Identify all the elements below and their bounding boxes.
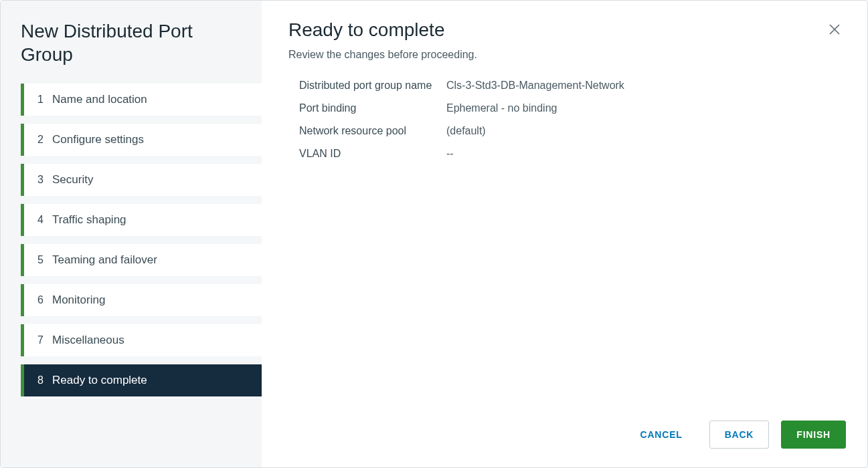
summary-value: --: [446, 148, 841, 160]
step-number: 5: [37, 254, 52, 266]
main-header-text: Ready to complete Review the changes bef…: [288, 19, 477, 80]
step-configure-settings[interactable]: 2 Configure settings: [21, 124, 262, 156]
summary-row-port-group-name: Distributed port group name Cls-3-Std3-D…: [299, 80, 841, 92]
step-number: 1: [37, 94, 52, 106]
step-ready-to-complete[interactable]: 8 Ready to complete: [21, 364, 262, 396]
finish-button[interactable]: FINISH: [781, 421, 846, 449]
step-miscellaneous[interactable]: 7 Miscellaneous: [21, 324, 262, 356]
step-label: Ready to complete: [52, 374, 262, 387]
step-monitoring[interactable]: 6 Monitoring: [21, 284, 262, 316]
step-label: Monitoring: [52, 294, 262, 307]
wizard-main: Ready to complete Review the changes bef…: [262, 1, 867, 467]
wizard-footer: CANCEL BACK FINISH: [626, 421, 847, 449]
summary-row-port-binding: Port binding Ephemeral - no binding: [299, 102, 841, 114]
step-label: Teaming and failover: [52, 253, 262, 267]
step-label: Traffic shaping: [52, 213, 262, 227]
step-number: 3: [37, 174, 52, 186]
step-traffic-shaping[interactable]: 4 Traffic shaping: [21, 204, 262, 236]
summary-label: Distributed port group name: [299, 80, 446, 92]
summary-value: Ephemeral - no binding: [446, 102, 841, 114]
back-button[interactable]: BACK: [709, 421, 770, 449]
wizard-title: New Distributed Port Group: [1, 19, 262, 84]
wizard-steps: 1 Name and location 2 Configure settings…: [1, 84, 262, 396]
step-number: 6: [37, 294, 52, 306]
close-icon: [829, 22, 841, 39]
summary-label: VLAN ID: [299, 148, 446, 160]
step-label: Name and location: [52, 93, 262, 106]
page-title: Ready to complete: [288, 19, 477, 41]
main-header: Ready to complete Review the changes bef…: [288, 19, 841, 80]
summary-row-network-resource-pool: Network resource pool (default): [299, 125, 841, 137]
summary-row-vlan-id: VLAN ID --: [299, 148, 841, 160]
step-security[interactable]: 3 Security: [21, 164, 262, 196]
summary-table: Distributed port group name Cls-3-Std3-D…: [288, 80, 841, 170]
summary-label: Network resource pool: [299, 125, 446, 137]
page-subtitle: Review the changes before proceeding.: [288, 49, 477, 61]
step-teaming-failover[interactable]: 5 Teaming and failover: [21, 244, 262, 276]
wizard-sidebar: New Distributed Port Group 1 Name and lo…: [1, 1, 262, 467]
summary-value: Cls-3-Std3-DB-Management-Network: [446, 80, 841, 92]
cancel-button[interactable]: CANCEL: [626, 421, 697, 448]
wizard-dialog: New Distributed Port Group 1 Name and lo…: [0, 0, 868, 468]
step-label: Security: [52, 173, 262, 187]
step-label: Miscellaneous: [52, 334, 262, 347]
close-button[interactable]: [829, 23, 841, 38]
step-label: Configure settings: [52, 133, 262, 146]
step-number: 4: [37, 214, 52, 226]
step-name-and-location[interactable]: 1 Name and location: [21, 84, 262, 116]
step-number: 7: [37, 334, 52, 346]
step-number: 2: [37, 134, 52, 146]
step-number: 8: [37, 374, 52, 386]
summary-label: Port binding: [299, 102, 446, 114]
summary-value: (default): [446, 125, 841, 137]
